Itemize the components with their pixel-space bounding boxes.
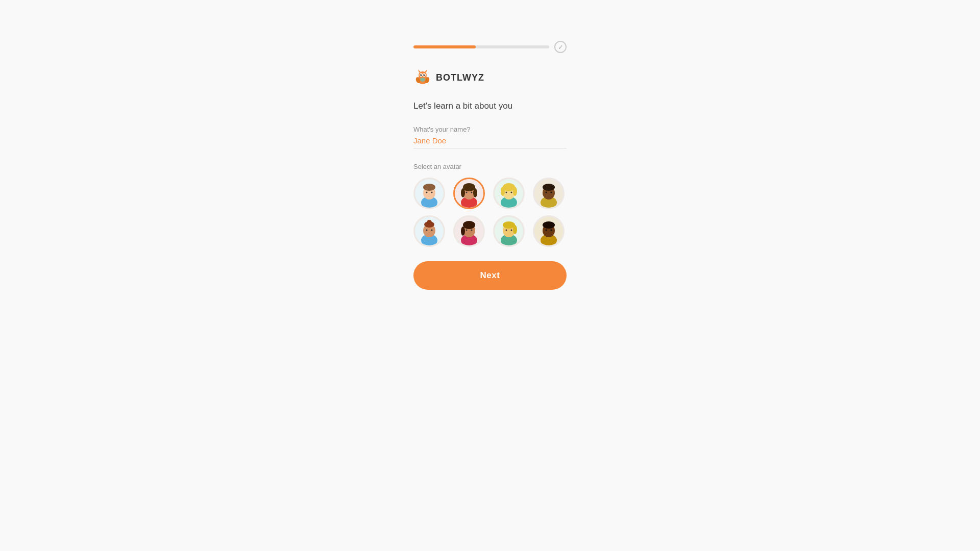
avatar-section: Select an avatar [413, 163, 567, 247]
progress-check-icon: ✓ [554, 41, 567, 53]
svg-point-35 [501, 187, 505, 196]
svg-point-19 [426, 192, 428, 193]
svg-point-53 [431, 230, 433, 231]
progress-track [413, 45, 549, 48]
svg-point-67 [513, 225, 517, 234]
name-input[interactable] [413, 136, 567, 148]
svg-point-52 [426, 230, 428, 231]
svg-point-44 [546, 192, 547, 193]
avatar-item-6[interactable] [453, 215, 485, 247]
svg-point-9 [424, 74, 425, 75]
svg-point-20 [431, 192, 433, 193]
svg-point-36 [513, 187, 517, 196]
svg-point-18 [423, 184, 435, 191]
avatar-item-4[interactable] [533, 178, 565, 209]
svg-point-8 [421, 74, 422, 75]
svg-point-25 [463, 183, 475, 191]
svg-point-51 [427, 220, 432, 225]
avatar-item-5[interactable] [413, 215, 445, 247]
svg-point-58 [463, 221, 475, 229]
svg-point-61 [471, 230, 473, 231]
avatar-item-8[interactable] [533, 215, 565, 247]
svg-point-37 [506, 192, 507, 193]
section-heading: Let's learn a bit about you [413, 101, 567, 111]
page-wrapper: ✓ [0, 0, 980, 290]
name-field-label: What's your name? [413, 126, 567, 133]
svg-point-59 [461, 227, 465, 236]
progress-bar-container: ✓ [413, 41, 567, 53]
avatar-label: Select an avatar [413, 163, 567, 170]
name-field-group: What's your name? [413, 126, 567, 163]
logo-area: BotlWyz [413, 68, 567, 87]
avatar-item-2[interactable] [453, 178, 485, 209]
svg-point-69 [511, 230, 512, 231]
svg-point-7 [423, 74, 425, 76]
svg-point-66 [503, 221, 515, 229]
svg-marker-2 [418, 69, 421, 72]
svg-point-74 [543, 221, 555, 229]
svg-point-60 [466, 230, 468, 231]
svg-point-38 [511, 192, 512, 193]
progress-fill [413, 45, 476, 48]
svg-marker-3 [425, 69, 427, 72]
avatar-grid [413, 178, 567, 247]
svg-point-29 [471, 192, 473, 193]
next-button[interactable]: Next [413, 261, 567, 290]
svg-point-26 [461, 188, 465, 197]
svg-point-43 [543, 184, 555, 191]
svg-point-28 [466, 192, 468, 193]
svg-point-45 [551, 192, 552, 193]
avatar-item-7[interactable] [493, 215, 525, 247]
svg-point-6 [420, 74, 422, 76]
logo-text: BotlWyz [436, 72, 484, 83]
svg-point-76 [551, 230, 552, 231]
svg-point-75 [546, 230, 547, 231]
avatar-item-3[interactable] [493, 178, 525, 209]
svg-point-11 [420, 78, 425, 82]
avatar-item-1[interactable] [413, 178, 445, 209]
botlwyz-logo-icon [413, 68, 432, 87]
svg-point-27 [473, 188, 477, 197]
svg-point-68 [506, 230, 507, 231]
onboarding-card: ✓ [413, 41, 567, 290]
